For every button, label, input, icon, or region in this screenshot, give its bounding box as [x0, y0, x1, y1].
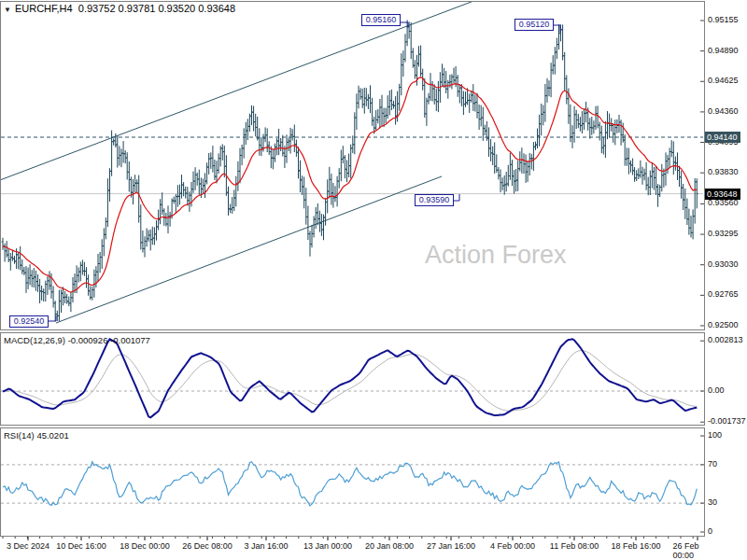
price-flag-0.92540[interactable]: 0.92540 — [9, 315, 49, 328]
time-label: 27 Jan 16:00 — [427, 541, 475, 551]
ohlc-bars — [2, 20, 698, 321]
ma-line — [3, 77, 697, 292]
axis-label-0.93560: 0.93560 — [708, 198, 739, 207]
price-axis-boxed-label-0.94140: 0.94140 — [705, 132, 740, 143]
trendline-channel-support[interactable] — [56, 176, 442, 323]
rsi-line — [3, 462, 697, 506]
rsi-name: RSI(14) — [4, 430, 35, 441]
trendline-channel-upper[interactable] — [0, 0, 476, 180]
time-label: 26 Feb 00:00 — [673, 541, 723, 560]
axis-label--0.001737: -0.001737 — [708, 416, 746, 426]
axis-label-30: 30 — [708, 497, 717, 507]
time-label: 26 Dec 08:00 — [182, 541, 233, 551]
time-label: 18 Dec 00:00 — [120, 541, 170, 551]
axis-label-0.002813: 0.002813 — [708, 335, 743, 344]
time-label: 18 Feb 16:00 — [611, 541, 660, 551]
chart-title-bar: ▼EURCHF,H4 0.93752 0.93781 0.93520 0.936… — [4, 3, 235, 14]
pane-frame-main — [1, 2, 705, 330]
axis-label-0.94890: 0.94890 — [708, 46, 739, 55]
ohlc-readout: 0.93752 0.93781 0.93520 0.93648 — [78, 3, 235, 14]
macd-name: MACD(12,26,9) — [4, 335, 65, 345]
rsi-plot-area[interactable] — [1, 462, 703, 506]
time-label: 4 Feb 00:00 — [490, 541, 535, 551]
mt-chart-window: Action Forex ▼EURCHF,H4 0.93752 0.93781 … — [0, 0, 747, 560]
main-chart-plot-area[interactable] — [0, 0, 703, 323]
rsi-value: 45.0201 — [36, 430, 68, 441]
price-flag-0.93590[interactable]: 0.93590 — [415, 194, 454, 206]
macd-line — [3, 339, 697, 417]
pane-frame-rsi — [1, 428, 705, 537]
axis-label-0.94625: 0.94625 — [708, 76, 739, 85]
axis-label-70: 70 — [708, 459, 717, 469]
time-label: 20 Jan 08:00 — [365, 541, 414, 551]
chart-canvas[interactable] — [0, 0, 747, 560]
axis-label-0.93295: 0.93295 — [708, 229, 739, 238]
axis-label-0.94360: 0.94360 — [708, 106, 739, 116]
time-label: 11 Feb 08:00 — [550, 541, 599, 551]
symbol-dropdown-icon[interactable]: ▼ — [4, 6, 11, 14]
axis-label-0.93830: 0.93830 — [708, 167, 739, 176]
macd-value-main: -0.000926 — [68, 335, 108, 345]
price-axis-boxed-label-0.93648: 0.93648 — [705, 189, 740, 200]
macd-plot-area[interactable] — [1, 339, 703, 417]
price-flag-0.95120[interactable]: 0.95120 — [514, 19, 554, 31]
time-label: 10 Dec 16:00 — [56, 541, 106, 551]
axis-label-100: 100 — [708, 430, 722, 440]
time-label: 3 Dec 2024 — [7, 541, 49, 551]
axis-label-0.92765: 0.92765 — [708, 289, 739, 299]
axis-label-0.92500: 0.92500 — [708, 320, 739, 329]
rsi-indicator-label: RSI(14) 45.0201 — [4, 430, 69, 441]
axis-label-0.95155: 0.95155 — [708, 15, 739, 24]
price-flag-0.95160[interactable]: 0.95160 — [361, 14, 401, 26]
time-label: 13 Jan 00:00 — [303, 541, 352, 551]
macd-value-signal: -0.001077 — [110, 335, 150, 345]
axis-label-0.00: 0.00 — [708, 385, 725, 395]
time-label: 3 Jan 16:00 — [244, 541, 288, 551]
axis-label-0.93030: 0.93030 — [708, 259, 739, 269]
macd-indicator-label: MACD(12,26,9) -0.000926 -0.001077 — [4, 335, 150, 345]
axis-label-0: 0 — [708, 526, 712, 536]
symbol-timeframe-label: EURCHF,H4 — [15, 3, 73, 14]
